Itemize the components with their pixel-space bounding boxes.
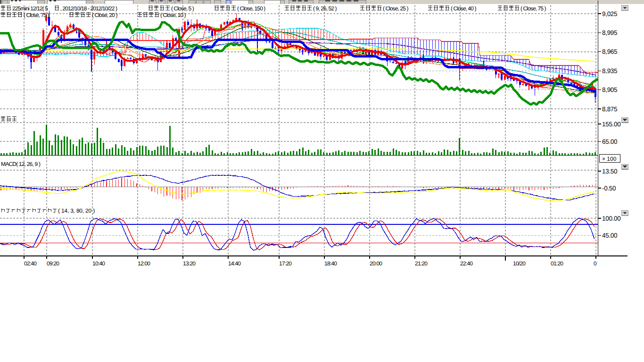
svg-text:155.00: 155.00	[602, 121, 621, 128]
svg-text:( Close, 20 ): ( Close, 20 )	[92, 12, 118, 18]
svg-text:( Close, 75 ): ( Close, 75 )	[24, 12, 50, 18]
svg-text:65.00: 65.00	[602, 138, 617, 145]
svg-text:17:20: 17:20	[279, 260, 292, 267]
svg-text:MACD( 12, 26, 9 ): MACD( 12, 26, 9 )	[1, 161, 41, 167]
svg-text:225mini 12/12( 5: 225mini 12/12( 5	[12, 5, 48, 12]
svg-text:13.50: 13.50	[602, 168, 617, 175]
svg-text:13:20: 13:20	[183, 260, 196, 267]
svg-text:( Close, 5 ): ( Close, 5 )	[171, 5, 194, 12]
svg-text:8,965: 8,965	[602, 48, 617, 55]
svg-text:45.00: 45.00	[602, 232, 617, 239]
svg-text:-0.50: -0.50	[602, 185, 616, 192]
svg-text:8,875: 8,875	[602, 106, 617, 113]
svg-text:9,025: 9,025	[602, 10, 617, 17]
svg-text:( 9, 26, 52 ): ( 9, 26, 52 )	[313, 5, 337, 12]
svg-text:14:40: 14:40	[228, 260, 241, 267]
svg-text:10:40: 10:40	[92, 260, 105, 267]
svg-text:( Close, 75 ): ( Close, 75 )	[520, 5, 546, 12]
svg-text:09:20: 09:20	[47, 260, 59, 267]
svg-text:( Close, 150 ): ( Close, 150 )	[237, 5, 265, 12]
svg-text:02:40: 02:40	[24, 260, 37, 267]
svg-text:22:40: 22:40	[460, 260, 473, 267]
svg-text:( 14, 3, 80, 20 ): ( 14, 3, 80, 20 )	[58, 207, 95, 214]
svg-text:12:00: 12:00	[138, 260, 150, 267]
svg-text:8,935: 8,935	[602, 67, 617, 74]
svg-text:18:40: 18:40	[324, 260, 337, 267]
svg-text:8,995: 8,995	[602, 29, 617, 36]
svg-text:21:20: 21:20	[415, 260, 428, 267]
svg-text:( Close, 40 ): ( Close, 40 )	[451, 5, 477, 12]
svg-text:100.00: 100.00	[602, 215, 621, 222]
svg-text:10/20: 10/20	[513, 260, 526, 267]
svg-text:( Close, 10 ): ( Close, 10 )	[160, 12, 186, 18]
svg-text:8,905: 8,905	[602, 86, 617, 93]
svg-text:× 100: × 100	[602, 156, 617, 162]
svg-text:20:00: 20:00	[370, 260, 382, 267]
svg-text:( Close, 25 ): ( Close, 25 )	[383, 5, 409, 12]
svg-text:0: 0	[594, 260, 597, 267]
svg-text:, 2012/10/18 - 2012/10/22 ): , 2012/10/18 - 2012/10/22 )	[60, 5, 117, 12]
svg-text:01:20: 01:20	[551, 260, 563, 267]
